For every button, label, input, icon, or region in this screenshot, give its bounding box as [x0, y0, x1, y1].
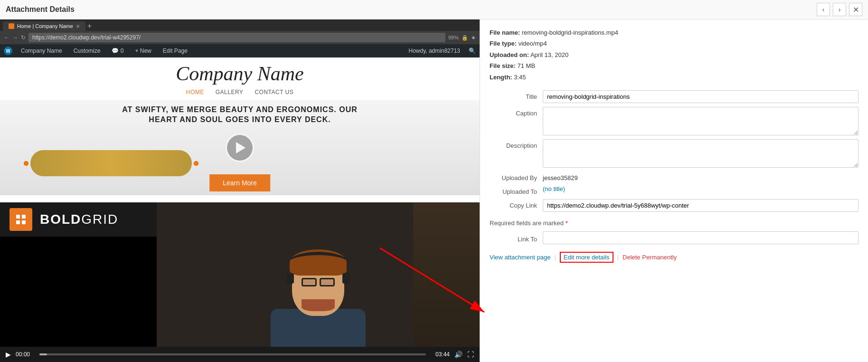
- tab-favicon: [9, 23, 14, 29]
- uploaded-on-row: Uploaded on: April 13, 2020: [490, 49, 859, 60]
- hero-text: AT SWIFTY, WE MERGE BEAUTY AND ERGONOMIC…: [0, 105, 480, 125]
- headphones: [287, 252, 349, 276]
- reload-icon[interactable]: ↻: [21, 34, 26, 41]
- prev-button[interactable]: ‹: [817, 3, 830, 16]
- website-content: Company Name HOME GALLERY CONTACT US AT …: [0, 57, 480, 202]
- site-header: Company Name HOME GALLERY CONTACT US: [0, 57, 480, 100]
- caption-label: Caption: [490, 107, 537, 117]
- file-name-value: removing-boldgrid-inspirations.mp4: [522, 29, 618, 36]
- description-textarea[interactable]: [543, 139, 859, 168]
- svg-rect-3: [22, 215, 26, 219]
- wp-edit-page-btn[interactable]: Edit Page: [160, 47, 190, 55]
- play-button[interactable]: ▶: [6, 351, 11, 358]
- description-label: Description: [490, 139, 537, 149]
- current-time: 00:00: [16, 351, 35, 358]
- separator-2: |: [617, 254, 619, 261]
- view-attachment-link[interactable]: View attachment page: [490, 254, 550, 261]
- file-size-value: 71 MB: [518, 62, 536, 69]
- uploaded-by-value: jesseo35829: [543, 171, 859, 181]
- bookmark-icon: 99%: [448, 35, 459, 41]
- back-icon[interactable]: ←: [4, 34, 9, 41]
- play-overlay[interactable]: [226, 133, 254, 162]
- file-size-row: File size: 71 MB: [490, 60, 859, 71]
- boldgrid-logo-text: BOLDGRID: [40, 212, 118, 227]
- wp-admin-bar: W Company Name Customize 💬 0 + New Edit …: [0, 44, 480, 57]
- headphone-left: [286, 273, 294, 284]
- uploaded-to-link[interactable]: (no title): [543, 185, 859, 192]
- learn-more-button[interactable]: Learn More: [209, 174, 270, 191]
- video-lower-area: BOLDGRID: [0, 202, 480, 347]
- details-panel: File name: removing-boldgrid-inspiration…: [480, 19, 868, 362]
- wp-customize-btn[interactable]: Customize: [71, 47, 104, 55]
- svg-rect-2: [16, 220, 20, 224]
- person-head: [292, 254, 344, 316]
- person-beard: [302, 299, 335, 311]
- wp-new-btn[interactable]: + New: [132, 47, 154, 55]
- new-tab-button[interactable]: +: [87, 22, 92, 30]
- hero-section: AT SWIFTY, WE MERGE BEAUTY AND ERGONOMIC…: [0, 100, 480, 195]
- volume-button[interactable]: 🔊: [454, 351, 462, 358]
- boldgrid-area: BOLDGRID: [0, 202, 157, 347]
- shield-icon: 🔒: [462, 35, 468, 41]
- caption-textarea[interactable]: [543, 107, 859, 135]
- close-button[interactable]: ✕: [849, 3, 862, 16]
- file-type-value: video/mp4: [519, 40, 547, 47]
- svg-rect-4: [22, 220, 26, 224]
- person-glasses: [302, 278, 335, 286]
- edit-more-details-link[interactable]: Edit more details: [560, 252, 613, 263]
- length-label: Length:: [490, 74, 512, 81]
- file-meta: File name: removing-boldgrid-inspiration…: [490, 27, 859, 83]
- total-time: 03:44: [431, 351, 450, 358]
- nav-home[interactable]: HOME: [186, 89, 204, 95]
- copy-link-input[interactable]: [543, 199, 859, 212]
- fullscreen-button[interactable]: ⛶: [467, 351, 474, 358]
- skateboard: [24, 150, 198, 176]
- wp-howdy: Howdy, admin82713: [406, 47, 463, 55]
- title-input[interactable]: [543, 90, 859, 103]
- top-bar-actions: ‹ › ✕: [817, 3, 862, 16]
- next-button[interactable]: ›: [833, 3, 846, 16]
- link-to-input[interactable]: [543, 231, 859, 244]
- separator-1: |: [554, 254, 556, 261]
- title-label: Title: [490, 90, 537, 100]
- nav-contact[interactable]: CONTACT US: [255, 89, 293, 95]
- file-name-row: File name: removing-boldgrid-inspiration…: [490, 27, 859, 38]
- progress-fill: [39, 353, 47, 355]
- browser-address-bar: ← → ↻ 99% 🔒 ★: [0, 31, 480, 44]
- copy-link-label: Copy Link: [490, 199, 537, 209]
- uploaded-on-label: Uploaded on:: [490, 51, 529, 58]
- wp-search-icon[interactable]: 🔍: [469, 48, 476, 54]
- main-content: Home | Company Name ✕ + ← → ↻ 99% 🔒 ★: [0, 19, 868, 362]
- tab-close-icon[interactable]: ✕: [76, 24, 80, 29]
- person-container: [157, 202, 480, 347]
- nav-gallery[interactable]: GALLERY: [216, 89, 244, 95]
- top-bar: Attachment Details ‹ › ✕: [0, 0, 868, 19]
- video-black-area: [0, 237, 157, 317]
- progress-bar[interactable]: [39, 353, 426, 355]
- length-row: Length: 3:45: [490, 72, 859, 83]
- wp-comments-btn[interactable]: 💬 0: [109, 47, 126, 55]
- site-nav: HOME GALLERY CONTACT US: [186, 89, 294, 95]
- file-type-row: File type: video/mp4: [490, 38, 859, 49]
- video-panel: Home | Company Name ✕ + ← → ↻ 99% 🔒 ★: [0, 19, 480, 362]
- link-to-label: Link To: [490, 233, 537, 243]
- svg-rect-0: [14, 213, 28, 226]
- wp-site-name[interactable]: Company Name: [18, 47, 65, 55]
- tab-label: Home | Company Name: [17, 23, 73, 29]
- page-title: Attachment Details: [6, 5, 75, 14]
- svg-rect-1: [16, 215, 20, 219]
- action-links: View attachment page | Edit more details…: [490, 252, 859, 263]
- file-name-label: File name:: [490, 29, 520, 36]
- url-input[interactable]: [28, 33, 445, 42]
- uploaded-on-value: April 13, 2020: [530, 51, 568, 58]
- browser-tab-active[interactable]: Home | Company Name ✕: [3, 21, 85, 31]
- delete-permanently-link[interactable]: Delete Permanently: [623, 254, 677, 261]
- link-to-section: Link To: [490, 231, 859, 244]
- hero-headline: AT SWIFTY, WE MERGE BEAUTY AND ERGONOMIC…: [19, 105, 461, 125]
- file-type-label: File type:: [490, 40, 517, 47]
- length-value: 3:45: [514, 74, 526, 81]
- play-icon: [236, 142, 245, 153]
- forward-icon[interactable]: →: [12, 34, 18, 41]
- required-star: *: [566, 219, 568, 227]
- site-title: Company Name: [176, 62, 303, 85]
